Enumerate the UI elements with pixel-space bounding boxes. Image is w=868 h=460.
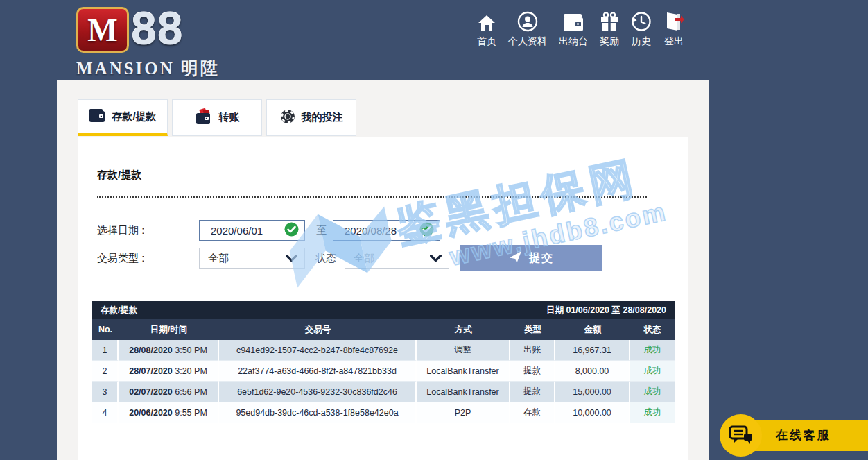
cell-datetime: 02/07/2020 6:56 PM <box>119 382 219 402</box>
live-chat-label: 在线客服 <box>776 427 831 443</box>
rewards-icon <box>600 11 619 32</box>
tab-label: 转账 <box>219 111 240 124</box>
cell-transaction-id: c941ed92-1507-4cc2-b247-8bfe4c87692e <box>219 340 417 361</box>
nav-label: 登出 <box>664 35 684 48</box>
tab-deposit-withdrawal[interactable]: 存款/提款 <box>78 99 168 136</box>
nav-cashier[interactable]: 出纳台 <box>559 11 588 48</box>
wallet-icon <box>89 109 105 125</box>
cell-type: 提款 <box>510 361 555 382</box>
paper-plane-icon <box>509 250 522 266</box>
cell-no: 2 <box>92 361 119 382</box>
nav-rewards[interactable]: 奖励 <box>600 11 619 48</box>
cell-datetime: 28/08/2020 3:50 PM <box>119 340 219 361</box>
cell-amount: 10,000.00 <box>555 402 630 423</box>
tab-content: 存款/提款 选择日期 : 2020/06/01 至 2020/08/28 交易类… <box>78 137 688 460</box>
nav-label: 首页 <box>477 35 496 48</box>
transactions-tbody: 128/08/2020 3:50 PMc941ed92-1507-4cc2-b2… <box>92 340 675 423</box>
date-to-value: 2020/08/28 <box>345 225 419 237</box>
col-transaction-id: 交易号 <box>219 319 417 340</box>
col-type: 类型 <box>510 319 555 340</box>
table-header-row: No. 日期/时间 交易号 方式 类型 金额 状态 <box>92 319 675 340</box>
logo-wordmark-en: MANSION <box>76 59 175 78</box>
table-title-bar: 存款/提款 日期 01/06/2020 至 28/08/2020 <box>92 301 675 319</box>
col-method: 方式 <box>417 319 510 340</box>
nav-label: 奖励 <box>600 35 619 48</box>
valid-check-icon <box>284 222 299 239</box>
cashier-tabs: 存款/提款 转账 我的投注 <box>78 99 356 136</box>
col-amount: 金额 <box>555 319 630 340</box>
cell-method: P2P <box>417 402 510 423</box>
cell-datetime: 28/07/2020 3:20 PM <box>119 361 219 382</box>
to-label: 至 <box>316 220 327 241</box>
section-divider <box>97 196 647 198</box>
date-range-label: 选择日期 : <box>97 220 144 241</box>
nav-logout[interactable]: 登出 <box>663 11 684 48</box>
table-title: 存款/提款 <box>101 305 137 316</box>
date-to-input[interactable]: 2020/08/28 <box>333 220 440 241</box>
cell-method: 调整 <box>417 340 510 361</box>
nav-history[interactable]: 历史 <box>631 11 652 48</box>
cell-transaction-id: 95ed94db-39dc-46cd-a538-1f8e58e42e0a <box>219 402 417 423</box>
nav-label: 出纳台 <box>559 35 588 48</box>
col-datetime: 日期/时间 <box>119 319 219 340</box>
history-icon <box>631 11 652 32</box>
cell-status: 成功 <box>630 382 675 402</box>
table-row: 128/08/2020 3:50 PMc941ed92-1507-4cc2-b2… <box>92 340 675 361</box>
cell-no: 4 <box>92 402 119 423</box>
cell-status: 成功 <box>630 340 675 361</box>
cell-method: LocalBankTransfer <box>417 382 510 402</box>
page: M 88 MANSION 明陞 首页 个人资料 <box>0 0 868 460</box>
cell-method: LocalBankTransfer <box>417 361 510 382</box>
top-nav: 首页 个人资料 出纳台 奖励 <box>477 11 684 48</box>
date-from-input[interactable]: 2020/06/01 <box>199 220 305 241</box>
chat-bubbles-icon <box>720 414 762 457</box>
logo-wordmark-cn: 明陞 <box>181 59 220 78</box>
transaction-type-select[interactable]: 全部 <box>199 248 305 269</box>
table-row: 302/07/2020 6:56 PM6e5f1d62-9e20-4536-92… <box>92 382 675 402</box>
col-status: 状态 <box>630 319 675 340</box>
tab-label: 我的投注 <box>302 111 343 124</box>
status-label: 状态 <box>315 248 336 269</box>
nav-home[interactable]: 首页 <box>477 11 496 48</box>
nav-profile[interactable]: 个人资料 <box>508 11 547 48</box>
home-icon <box>477 11 496 32</box>
cell-no: 3 <box>92 382 119 402</box>
transactions-table: 存款/提款 日期 01/06/2020 至 28/08/2020 No. 日期/… <box>92 301 675 423</box>
cell-amount: 8,000.00 <box>555 361 630 382</box>
table-row: 420/06/2020 9:55 PM95ed94db-39dc-46cd-a5… <box>92 402 675 423</box>
cell-transaction-id: 22af3774-a63d-466d-8f2f-a847821bb33d <box>219 361 417 382</box>
cell-no: 1 <box>92 340 119 361</box>
profile-icon <box>517 11 538 32</box>
transaction-type-label: 交易类型 : <box>97 248 144 269</box>
valid-check-icon <box>419 222 434 239</box>
tab-my-bets[interactable]: 我的投注 <box>266 99 356 136</box>
cashier-icon <box>562 11 584 32</box>
content-panel: 存款/提款 转账 我的投注 存款/提款 选择日期 : 2020/06/01 <box>57 80 709 460</box>
transfer-icon <box>195 108 213 127</box>
cell-amount: 16,967.31 <box>555 340 630 361</box>
cell-transaction-id: 6e5f1d62-9e20-4536-9232-30c836fd2c46 <box>219 382 417 402</box>
logo-wordmark: MANSION 明陞 <box>76 57 220 80</box>
logo-88: 88 <box>131 7 183 50</box>
section-title: 存款/提款 <box>97 169 141 182</box>
table-date-range: 日期 01/06/2020 至 28/08/2020 <box>546 305 666 316</box>
chevron-down-icon <box>286 253 297 264</box>
logo-m-emblem: M <box>76 7 129 53</box>
status-select[interactable]: 全部 <box>345 248 449 269</box>
submit-label: 提交 <box>529 251 554 266</box>
m88-logo[interactable]: M 88 MANSION 明陞 <box>76 7 220 80</box>
cell-type: 存款 <box>510 402 555 423</box>
cell-type: 出账 <box>510 340 555 361</box>
submit-button[interactable]: 提交 <box>460 245 602 271</box>
nav-label: 个人资料 <box>508 35 547 48</box>
status-value: 全部 <box>354 252 430 265</box>
nav-label: 历史 <box>632 35 651 48</box>
cell-status: 成功 <box>630 361 675 382</box>
tab-label: 存款/提款 <box>112 110 156 123</box>
cell-type: 提款 <box>510 382 555 402</box>
chip-icon <box>280 109 295 126</box>
chevron-down-icon <box>430 253 442 264</box>
table-row: 228/07/2020 3:20 PM22af3774-a63d-466d-8f… <box>92 361 675 382</box>
tab-transfer[interactable]: 转账 <box>172 99 262 136</box>
live-chat-button[interactable]: 在线客服 <box>720 414 868 457</box>
